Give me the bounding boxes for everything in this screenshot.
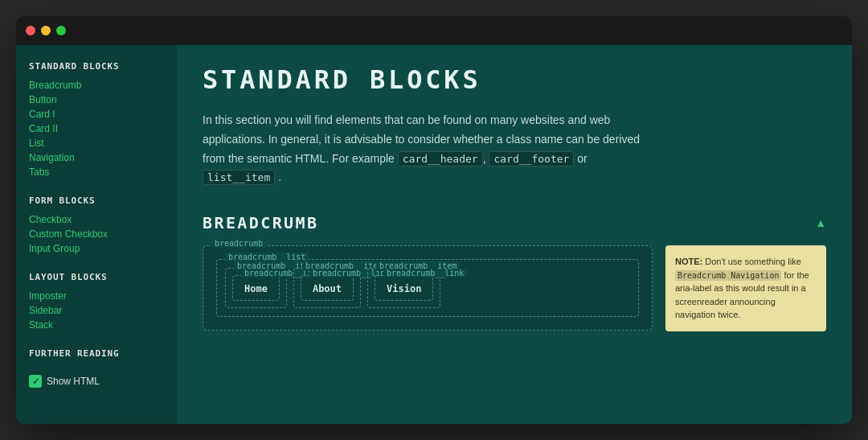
layout-blocks-section: LAYOUT BLOCKS Imposter Sidebar Stack: [29, 272, 164, 332]
note-box: NOTE: Don't use something like Breadcrum…: [665, 245, 826, 331]
show-html-wrapper[interactable]: Show HTML: [29, 375, 164, 388]
sidebar-item-navigation[interactable]: Navigation: [29, 150, 164, 165]
show-html-checkbox[interactable]: [29, 375, 42, 388]
breadcrumb-link-home: breadcrumb__link Home: [232, 275, 280, 301]
breadcrumb-section-title: BREADCRUMB: [203, 213, 318, 232]
form-blocks-heading: FORM BLOCKS: [29, 195, 164, 206]
layout-blocks-heading: LAYOUT BLOCKS: [29, 272, 164, 282]
demo-area: breadcrumb breadcrumb__list breadcrumb__…: [203, 245, 826, 331]
traffic-lights: [26, 26, 66, 35]
sidebar-item-breadcrumb[interactable]: Breadcrumb: [29, 78, 164, 93]
breadcrumb-vision-text[interactable]: Vision: [387, 283, 421, 294]
minimize-button[interactable]: [41, 26, 51, 35]
page-title: STANDARD BLOCKS: [203, 64, 826, 95]
note-text: NOTE: Don't use something like Breadcrum…: [675, 255, 817, 322]
close-button[interactable]: [26, 26, 35, 35]
breadcrumb-outer-label: breadcrumb: [211, 239, 266, 248]
sidebar-item-input-group[interactable]: Input Group: [29, 241, 164, 256]
main-content: STANDARD BLOCKS In this section you will…: [177, 45, 852, 424]
note-bold: NOTE:: [675, 257, 702, 266]
sidebar-item-button[interactable]: Button: [29, 93, 164, 107]
sidebar-item-card-i[interactable]: Card I: [29, 107, 164, 121]
sidebar-item-sidebar[interactable]: Sidebar: [29, 303, 164, 318]
standard-blocks-section: STANDARD BLOCKS Breadcrumb Button Card I…: [29, 61, 164, 179]
sidebar: STANDARD BLOCKS Breadcrumb Button Card I…: [16, 45, 177, 424]
further-reading-section: FURTHER READING: [29, 348, 164, 359]
intro-paragraph: In this section you will find elements t…: [203, 111, 653, 187]
titlebar: [16, 16, 852, 45]
maximize-button[interactable]: [56, 26, 66, 35]
breadcrumb-link-label-vision: breadcrumb__link: [383, 269, 467, 278]
breadcrumb-item-home: breadcrumb__item breadcrumb__link Home: [225, 268, 287, 308]
breadcrumb-section-header: BREADCRUMB ▲: [203, 213, 826, 232]
breadcrumb-list-box: breadcrumb__list breadcrumb__item breadc…: [216, 259, 639, 317]
intro-code-1: card__header: [398, 151, 483, 167]
sidebar-item-checkbox[interactable]: Checkbox: [29, 212, 164, 227]
breadcrumb-link-about: breadcrumb__link About: [301, 275, 354, 301]
sidebar-item-stack[interactable]: Stack: [29, 318, 164, 332]
collapse-button[interactable]: ▲: [815, 216, 826, 229]
breadcrumb-item-about: breadcrumb__item breadcrumb__link About: [293, 268, 361, 308]
breadcrumb-item-vision: breadcrumb__item breadcrumb__link Vision: [367, 268, 440, 308]
app-window: STANDARD BLOCKS Breadcrumb Button Card I…: [16, 16, 852, 424]
sidebar-item-custom-checkbox[interactable]: Custom Checkbox: [29, 227, 164, 241]
sidebar-item-imposter[interactable]: Imposter: [29, 289, 164, 303]
breadcrumb-demo-box: breadcrumb breadcrumb__list breadcrumb__…: [203, 245, 653, 331]
show-html-label: Show HTML: [47, 376, 100, 387]
breadcrumb-home-text[interactable]: Home: [244, 283, 268, 294]
note-text-1: Don't use something like: [705, 257, 801, 266]
form-blocks-section: FORM BLOCKS Checkbox Custom Checkbox Inp…: [29, 195, 164, 256]
breadcrumb-link-vision: breadcrumb__link Vision: [375, 275, 433, 301]
intro-end: .: [278, 171, 281, 183]
sidebar-item-card-ii[interactable]: Card II: [29, 121, 164, 136]
standard-blocks-heading: STANDARD BLOCKS: [29, 61, 164, 72]
further-reading-heading: FURTHER READING: [29, 348, 164, 359]
intro-code-2: card__footer: [489, 151, 574, 167]
intro-code-3: list__item: [203, 170, 275, 185]
sidebar-item-list[interactable]: List: [29, 136, 164, 150]
sidebar-item-tabs[interactable]: Tabs: [29, 165, 164, 179]
content-area: STANDARD BLOCKS Breadcrumb Button Card I…: [16, 45, 852, 424]
breadcrumb-list-label: breadcrumb__list: [225, 253, 309, 261]
note-code: Breadcrumb Navigation: [675, 270, 781, 281]
breadcrumb-about-text[interactable]: About: [313, 283, 342, 294]
